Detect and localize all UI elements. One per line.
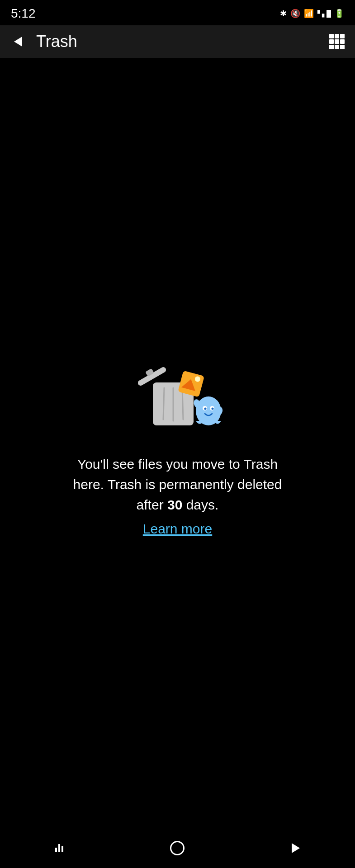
mute-icon: 🔇 — [290, 9, 300, 19]
trash-illustration — [128, 351, 227, 432]
page-title: Trash — [36, 32, 77, 51]
learn-more-link[interactable]: Learn more — [65, 519, 291, 539]
bluetooth-icon: ✱ — [280, 9, 287, 19]
recent-apps-button[interactable] — [41, 835, 77, 862]
empty-state-container: You'll see files you move to Trash here.… — [0, 58, 355, 832]
status-icons: ✱ 🔇 📶 ▘▖█ 🔋 — [280, 9, 344, 19]
back-button[interactable] — [7, 31, 29, 52]
grid-view-button[interactable] — [326, 31, 348, 52]
back-arrow-icon — [14, 37, 22, 47]
back-nav-button[interactable] — [278, 835, 314, 862]
recent-apps-icon — [55, 844, 63, 852]
wifi-icon: 📶 — [304, 9, 314, 19]
battery-icon: 🔋 — [334, 9, 344, 19]
home-button[interactable] — [159, 835, 195, 862]
empty-state-description: You'll see files you move to Trash here.… — [65, 454, 291, 539]
svg-line-3 — [163, 388, 164, 420]
app-bar-left: Trash — [7, 31, 77, 52]
back-nav-icon — [292, 843, 300, 853]
app-bar: Trash — [0, 25, 355, 58]
grid-view-icon — [329, 34, 345, 49]
status-time: 5:12 — [11, 6, 36, 21]
status-bar: 5:12 ✱ 🔇 📶 ▘▖█ 🔋 — [0, 0, 355, 25]
home-icon — [170, 841, 185, 855]
signal-icon: ▘▖█ — [317, 10, 331, 17]
svg-point-12 — [204, 408, 206, 410]
svg-point-13 — [211, 408, 213, 410]
navigation-bar — [0, 832, 355, 868]
